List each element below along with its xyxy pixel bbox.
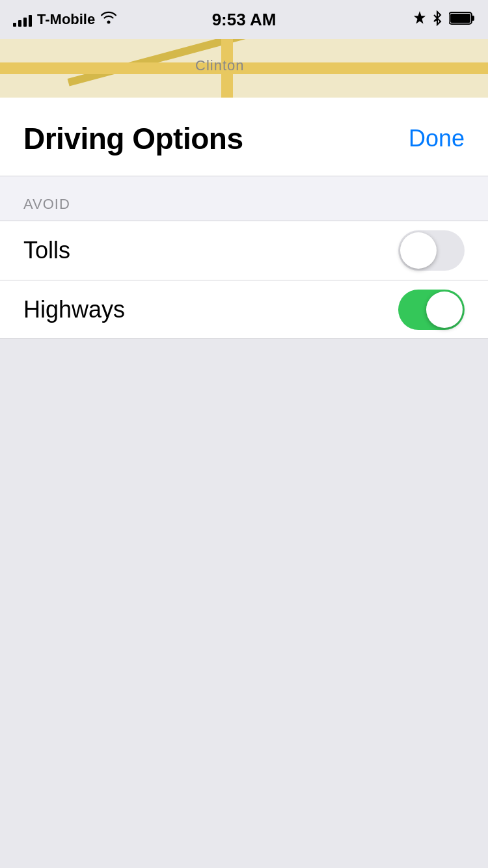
done-button[interactable]: Done (409, 125, 465, 152)
sheet-content: AVOID Tolls Highways (0, 176, 488, 339)
highways-row: Highways (0, 280, 488, 338)
carrier-label: T-Mobile (37, 11, 95, 28)
highways-toggle[interactable] (398, 290, 465, 330)
map-background: Clinton (0, 39, 488, 98)
highways-toggle-knob (426, 292, 463, 328)
status-left: T-Mobile (13, 11, 117, 28)
svg-rect-2 (450, 14, 470, 23)
tolls-toggle[interactable] (398, 230, 465, 271)
location-icon (414, 11, 426, 28)
battery-icon (449, 11, 475, 28)
svg-rect-1 (472, 16, 474, 21)
avoid-section-header: AVOID (0, 176, 488, 221)
bluetooth-icon (432, 10, 442, 29)
page-background (0, 339, 488, 868)
tolls-toggle-knob (400, 232, 437, 269)
sheet-header: Driving Options Done (0, 98, 488, 176)
tolls-label: Tolls (23, 237, 70, 264)
map-city-label: Clinton (195, 57, 244, 74)
tolls-row: Tolls (0, 221, 488, 280)
wifi-icon (100, 11, 117, 28)
settings-group: Tolls Highways (0, 221, 488, 339)
signal-icon (13, 12, 32, 27)
status-right (414, 10, 475, 29)
time-label: 9:53 AM (212, 10, 277, 30)
status-bar: T-Mobile 9:53 AM (0, 0, 488, 39)
highways-label: Highways (23, 296, 125, 323)
driving-options-sheet: Driving Options Done AVOID Tolls Highway… (0, 98, 488, 339)
sheet-title: Driving Options (23, 121, 243, 156)
